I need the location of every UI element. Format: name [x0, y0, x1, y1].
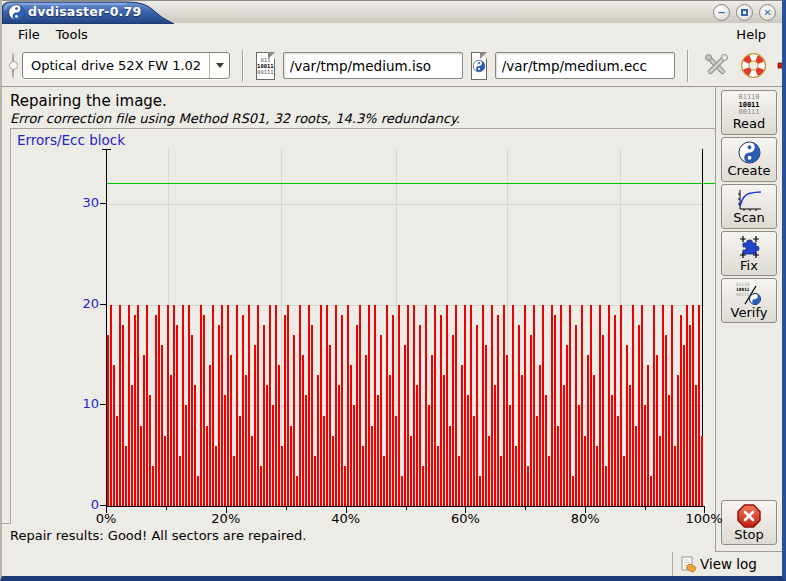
error-bar	[641, 305, 643, 506]
error-bar	[182, 305, 184, 506]
drive-selector-arrow[interactable]	[209, 53, 229, 78]
error-bar	[305, 395, 307, 506]
error-bar	[293, 335, 295, 506]
error-bar	[401, 476, 403, 506]
error-bar	[362, 446, 364, 506]
action-sidebar: 01110 10011 00111 Read Create	[715, 87, 782, 552]
error-bar	[137, 305, 139, 506]
error-bar	[227, 305, 229, 506]
error-bar	[281, 446, 283, 506]
y-tick-label: 20	[69, 296, 99, 311]
error-bar	[563, 385, 565, 506]
error-bar	[353, 405, 355, 506]
maximize-button[interactable]	[736, 4, 753, 21]
error-bar	[173, 305, 175, 506]
operation-subtitle: Error correction file using Method RS01,…	[10, 111, 707, 126]
error-bar	[407, 305, 409, 506]
error-bar	[479, 476, 481, 506]
fix-button[interactable]: Fix	[721, 231, 777, 276]
error-bar	[260, 466, 262, 506]
read-button[interactable]: 01110 10011 00111 Read	[721, 90, 777, 135]
error-bar	[497, 315, 499, 506]
error-bar	[398, 305, 400, 506]
error-bar	[236, 305, 238, 506]
error-bar	[596, 446, 598, 506]
verify-binary-yinyang-icon: 01110 10011 00111	[736, 282, 762, 306]
x-tick-label: 0%	[84, 511, 128, 526]
error-bar	[245, 375, 247, 506]
view-log-label: View log	[700, 556, 757, 572]
error-bar	[335, 305, 337, 506]
error-bar	[701, 436, 703, 506]
title-bar[interactable]: dvdisaster-0.79 − ✕	[2, 0, 782, 23]
drive-selector-value: Optical drive 52X FW 1.02	[23, 58, 209, 73]
error-bar	[494, 385, 496, 506]
error-bar	[581, 305, 583, 506]
error-bar	[620, 305, 622, 506]
scan-button[interactable]: Scan	[721, 184, 777, 229]
fix-puzzle-icon	[737, 235, 762, 259]
error-bar	[572, 476, 574, 506]
error-bar	[443, 375, 445, 506]
error-bar	[224, 395, 226, 506]
error-bar	[557, 426, 559, 507]
main-panel: Repairing the image. Error correction fi…	[2, 87, 715, 552]
error-bar	[380, 335, 382, 506]
maximize-icon	[741, 9, 748, 16]
errors-chart: Errors/Ecc block 01020300%20%40%60%80%10…	[10, 128, 715, 524]
error-bar	[359, 305, 361, 506]
error-bar	[176, 325, 178, 506]
window-controls: − ✕	[713, 4, 776, 21]
read-binary-icon: 01110 10011 00111	[738, 94, 759, 117]
iso-path-input[interactable]	[283, 52, 463, 79]
error-bar	[437, 446, 439, 506]
error-bar	[113, 365, 115, 506]
error-bar	[611, 395, 613, 506]
view-log-button[interactable]: View log	[672, 552, 782, 576]
error-bar	[119, 305, 121, 506]
error-bar	[680, 315, 682, 506]
error-bar	[341, 315, 343, 506]
minimize-button[interactable]: −	[713, 4, 730, 21]
error-bar	[257, 305, 259, 506]
error-bar	[296, 476, 298, 506]
error-bar	[167, 305, 169, 506]
error-bar	[566, 345, 568, 506]
error-bar	[242, 315, 244, 506]
create-button[interactable]: Create	[721, 137, 777, 182]
error-bar	[314, 456, 316, 506]
stop-button[interactable]: Stop	[721, 500, 777, 545]
verify-button[interactable]: 01110 10011 00111 Verify	[721, 278, 777, 323]
error-bar	[602, 335, 604, 506]
error-bar	[146, 305, 148, 506]
error-bar	[503, 305, 505, 506]
ecc-path-input[interactable]	[495, 52, 675, 79]
error-bar	[125, 446, 127, 506]
error-bar	[449, 426, 451, 507]
error-bar	[203, 315, 205, 506]
preferences-tools-icon[interactable]	[703, 52, 730, 79]
close-button[interactable]: ✕	[759, 4, 776, 21]
error-bar	[266, 385, 268, 506]
error-bar	[152, 466, 154, 506]
error-bar	[158, 305, 160, 506]
drive-selector[interactable]: Optical drive 52X FW 1.02	[22, 52, 230, 79]
quit-door-icon[interactable]	[777, 52, 786, 79]
menu-file[interactable]: File	[10, 25, 48, 44]
error-bar	[575, 325, 577, 506]
error-bar	[200, 305, 202, 506]
app-logo-yinyang-icon	[8, 4, 25, 21]
menu-help[interactable]: Help	[728, 25, 774, 44]
iso-image-file-icon: 011 10011 00111	[256, 52, 275, 80]
error-bar	[473, 416, 475, 507]
error-bar	[605, 466, 607, 506]
error-bar	[347, 305, 349, 506]
error-bar	[578, 405, 580, 506]
error-bar	[188, 305, 190, 506]
error-bar	[272, 405, 274, 506]
error-bar	[554, 315, 556, 506]
lifebuoy-help-icon[interactable]	[740, 52, 767, 79]
error-bar	[350, 365, 352, 506]
error-bar	[299, 305, 301, 506]
menu-tools[interactable]: Tools	[48, 25, 96, 44]
